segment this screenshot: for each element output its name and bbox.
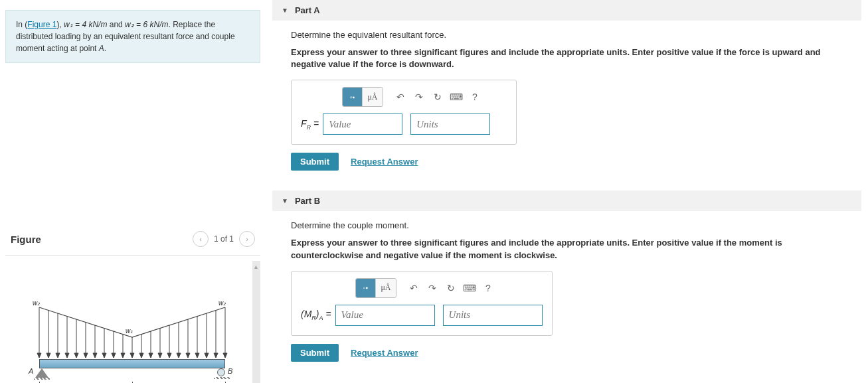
svg-marker-33: [186, 353, 190, 358]
svg-marker-31: [177, 353, 181, 358]
roller-support-icon: [217, 368, 225, 376]
svg-marker-35: [195, 353, 199, 358]
beam-diagram: w₂ w₁ w₂ A B 3 m 3 m: [19, 307, 238, 383]
figure-nav: ‹ 1 of 1 ›: [193, 231, 255, 247]
w1-label: w₁: [126, 327, 133, 335]
w2-label-right: w₂: [218, 299, 226, 307]
part-a-instruction: Express your answer to three significant…: [291, 46, 843, 70]
part-b-request-answer-link[interactable]: Request Answer: [351, 348, 418, 358]
figure-title: Figure: [11, 234, 41, 245]
part-a-units-input[interactable]: [410, 114, 490, 135]
scroll-up-icon[interactable]: ▲: [253, 264, 259, 270]
svg-marker-7: [65, 353, 69, 358]
svg-marker-23: [139, 353, 143, 358]
keyboard-icon[interactable]: ⌨: [447, 88, 466, 106]
part-a-value-input[interactable]: [323, 114, 402, 135]
symbols-icon[interactable]: μÅ: [376, 279, 396, 297]
part-b-submit-button[interactable]: Submit: [291, 344, 339, 362]
pin-support-icon: [35, 368, 48, 378]
redo-icon[interactable]: ↷: [423, 279, 442, 297]
toolbar: ▫▪ μÅ ↶ ↷ ↻ ⌨ ?: [342, 87, 507, 107]
svg-marker-17: [112, 353, 116, 358]
figure-link[interactable]: Figure 1: [27, 20, 56, 29]
mr-label: (MR)A =: [301, 309, 331, 321]
svg-marker-1: [37, 353, 41, 358]
help-icon[interactable]: ?: [479, 279, 497, 297]
svg-marker-27: [158, 353, 162, 358]
reset-icon[interactable]: ↻: [428, 88, 447, 106]
collapse-icon: ▼: [282, 7, 288, 14]
part-b-answer-box: ▫▪ μÅ ↶ ↷ ↻ ⌨ ? (MR)A =: [291, 271, 553, 336]
text: In (: [16, 20, 27, 29]
svg-marker-29: [167, 353, 171, 358]
svg-marker-19: [121, 353, 125, 358]
svg-marker-39: [214, 353, 218, 358]
figure-header: Figure ‹ 1 of 1 ›: [5, 226, 260, 256]
symbols-icon[interactable]: μÅ: [363, 88, 383, 106]
part-a-request-answer-link[interactable]: Request Answer: [351, 157, 418, 167]
part-b-instruction: Express your answer to three significant…: [291, 237, 843, 261]
part-b-question: Determine the couple moment.: [291, 220, 843, 230]
svg-marker-41: [223, 353, 227, 358]
undo-icon[interactable]: ↶: [404, 279, 423, 297]
figure-counter: 1 of 1: [214, 234, 234, 244]
template-icon[interactable]: ▫▪: [356, 279, 376, 297]
reset-icon[interactable]: ↻: [442, 279, 460, 297]
help-icon[interactable]: ?: [466, 88, 484, 106]
point-a-label: A: [29, 367, 33, 375]
point-b-label: B: [228, 367, 232, 375]
part-a-answer-box: ▫▪ μÅ ↶ ↷ ↻ ⌨ ? FR =: [291, 80, 517, 145]
svg-marker-3: [46, 353, 50, 358]
beam: [39, 359, 225, 368]
undo-icon[interactable]: ↶: [391, 88, 410, 106]
fr-label: FR =: [301, 118, 319, 131]
figure-prev-button[interactable]: ‹: [193, 231, 209, 247]
problem-statement: In (Figure 1), w₁ = 4 kN/m and w₂ = 6 kN…: [5, 10, 260, 63]
keyboard-icon[interactable]: ⌨: [460, 279, 479, 297]
svg-marker-11: [84, 353, 88, 358]
figure-next-button[interactable]: ›: [239, 231, 255, 247]
redo-icon[interactable]: ↷: [410, 88, 428, 106]
svg-marker-25: [149, 353, 153, 358]
part-a-body: Determine the equivalent resultant force…: [272, 21, 861, 184]
part-a-submit-button[interactable]: Submit: [291, 153, 339, 171]
collapse-icon: ▼: [282, 197, 288, 204]
part-a-title: Part A: [295, 5, 320, 15]
part-b-units-input[interactable]: [443, 305, 543, 326]
w2-label-left: w₂: [33, 299, 40, 307]
svg-marker-9: [74, 353, 78, 358]
part-b-body: Determine the couple moment. Express you…: [272, 211, 861, 374]
figure-panel: ▲: [5, 261, 260, 383]
part-b-value-input[interactable]: [335, 305, 435, 326]
part-b-title: Part B: [295, 196, 320, 206]
svg-marker-15: [102, 353, 106, 358]
svg-marker-5: [56, 353, 60, 358]
part-a-header[interactable]: ▼ Part A: [272, 0, 861, 21]
svg-marker-37: [205, 353, 209, 358]
part-b-header[interactable]: ▼ Part B: [272, 191, 861, 211]
part-a-question: Determine the equivalent resultant force…: [291, 30, 843, 40]
template-icon[interactable]: ▫▪: [343, 88, 363, 106]
svg-marker-21: [130, 353, 134, 358]
toolbar: ▫▪ μÅ ↶ ↷ ↻ ⌨ ?: [355, 278, 543, 298]
svg-marker-13: [93, 353, 97, 358]
